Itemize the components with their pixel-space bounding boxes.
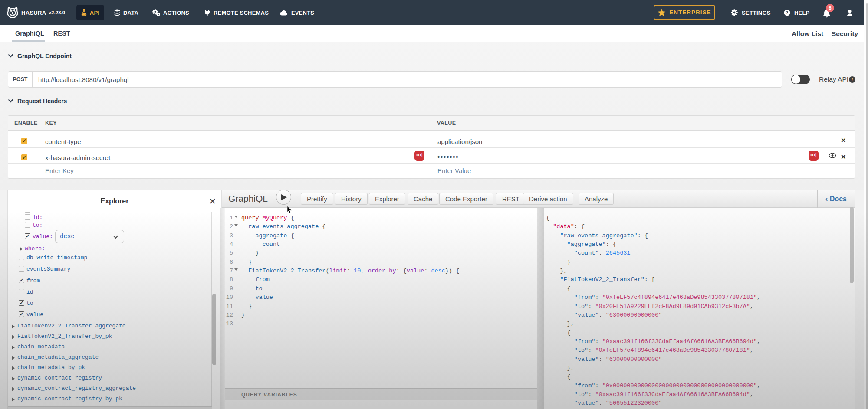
svg-text:?: ? bbox=[786, 10, 788, 15]
